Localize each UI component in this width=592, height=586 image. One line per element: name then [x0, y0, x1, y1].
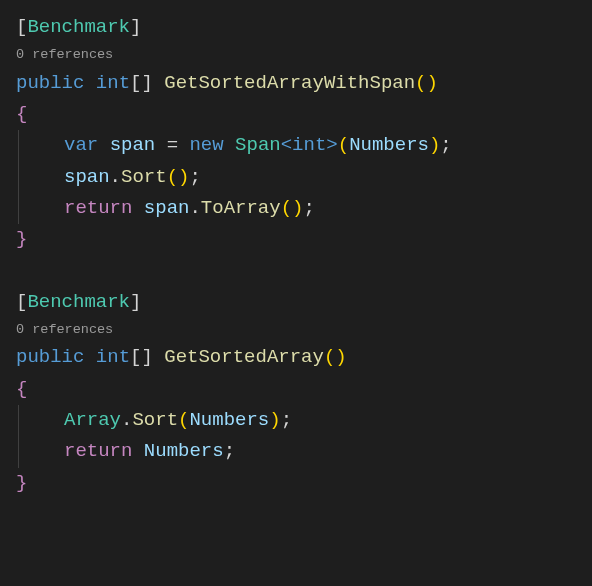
close-brace: }: [16, 468, 27, 499]
method-call: Sort: [121, 162, 167, 193]
array-brackets: []: [130, 342, 153, 373]
argument: Numbers: [189, 405, 269, 436]
method-call: Sort: [132, 405, 178, 436]
attribute-name: Benchmark: [27, 12, 130, 43]
method-signature: public int[] GetSortedArrayWithSpan(): [16, 68, 576, 99]
paren-close: ): [429, 130, 440, 161]
return-keyword: return: [64, 436, 132, 467]
attribute-line: [Benchmark]: [16, 12, 576, 43]
semicolon: ;: [224, 436, 235, 467]
return-type: int: [96, 68, 130, 99]
codelens-text: 0 references: [16, 318, 113, 342]
property-name: Numbers: [144, 436, 224, 467]
parens: (): [167, 162, 190, 193]
code-line: return span.ToArray();: [16, 193, 576, 224]
angle-open: <: [281, 130, 292, 161]
method-parens: (): [324, 342, 347, 373]
return-type: int: [96, 342, 130, 373]
paren-open: (: [338, 130, 349, 161]
bracket-open: [: [16, 12, 27, 43]
semicolon: ;: [303, 193, 314, 224]
variable-name: span: [64, 162, 110, 193]
dot: .: [110, 162, 121, 193]
dot: .: [189, 193, 200, 224]
close-brace: }: [16, 224, 27, 255]
open-brace: {: [16, 374, 27, 405]
new-keyword: new: [189, 130, 223, 161]
code-line: return Numbers;: [16, 436, 576, 467]
equals: =: [155, 130, 189, 161]
semicolon: ;: [189, 162, 200, 193]
close-brace-line: }: [16, 224, 576, 255]
code-editor: [Benchmark] 0 references public int[] Ge…: [16, 12, 576, 499]
generic-type: int: [292, 130, 326, 161]
method-name: GetSortedArrayWithSpan: [164, 68, 415, 99]
code-line: Array.Sort(Numbers);: [16, 405, 576, 436]
paren-open: (: [178, 405, 189, 436]
variable-name: span: [144, 193, 190, 224]
variable-name: span: [110, 130, 156, 161]
codelens-references[interactable]: 0 references: [16, 43, 576, 67]
modifier-keyword: public: [16, 342, 84, 373]
paren-close: ): [269, 405, 280, 436]
return-keyword: return: [64, 193, 132, 224]
close-brace-line: }: [16, 468, 576, 499]
open-brace-line: {: [16, 99, 576, 130]
blank-line: [16, 256, 576, 287]
bracket-close: ]: [130, 287, 141, 318]
array-brackets: []: [130, 68, 153, 99]
semicolon: ;: [440, 130, 451, 161]
attribute-line: [Benchmark]: [16, 287, 576, 318]
modifier-keyword: public: [16, 68, 84, 99]
var-keyword: var: [64, 130, 98, 161]
attribute-name: Benchmark: [27, 287, 130, 318]
codelens-references[interactable]: 0 references: [16, 318, 576, 342]
bracket-open: [: [16, 287, 27, 318]
codelens-text: 0 references: [16, 43, 113, 67]
open-brace-line: {: [16, 374, 576, 405]
class-name: Array: [64, 405, 121, 436]
dot: .: [121, 405, 132, 436]
method-call: ToArray: [201, 193, 281, 224]
bracket-close: ]: [130, 12, 141, 43]
code-line: span.Sort();: [16, 162, 576, 193]
code-line: var span = new Span<int>(Numbers);: [16, 130, 576, 161]
span-type: Span: [235, 130, 281, 161]
method-signature: public int[] GetSortedArray(): [16, 342, 576, 373]
semicolon: ;: [281, 405, 292, 436]
angle-close: >: [326, 130, 337, 161]
parens: (): [281, 193, 304, 224]
method-name: GetSortedArray: [164, 342, 324, 373]
open-brace: {: [16, 99, 27, 130]
argument: Numbers: [349, 130, 429, 161]
method-parens: (): [415, 68, 438, 99]
